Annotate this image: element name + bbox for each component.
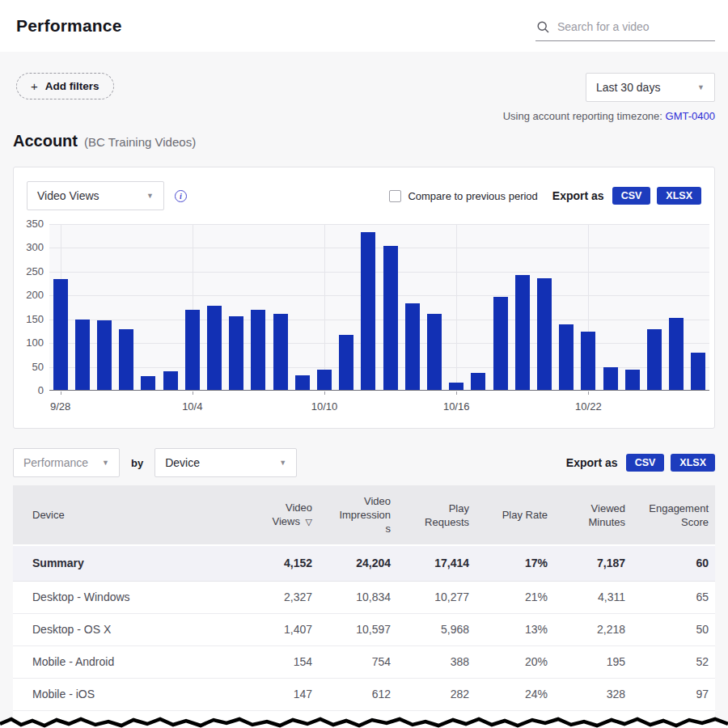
- app-header: Performance: [0, 0, 728, 52]
- gridline: [49, 295, 709, 296]
- chart-bar[interactable]: [229, 316, 243, 390]
- metric-cell: 2,218: [548, 613, 625, 645]
- chart-bar[interactable]: [559, 324, 574, 390]
- chart-bar[interactable]: [625, 370, 640, 390]
- export-as-label: Export as: [566, 456, 618, 469]
- chart-bar[interactable]: [537, 278, 552, 390]
- chart-bar[interactable]: [273, 314, 288, 390]
- search-input[interactable]: [557, 20, 713, 33]
- metric-cell: 10,277: [391, 581, 469, 613]
- timezone-link[interactable]: GMT-0400: [666, 110, 715, 122]
- chart-bar[interactable]: [493, 297, 508, 390]
- chart-bar[interactable]: [669, 318, 684, 390]
- metric-cell: 10,834: [312, 581, 391, 613]
- table-row: Mobile - Android15475438820%19552: [13, 645, 715, 678]
- device-performance-table: Device Video Views ▽ Video Impressions P…: [13, 485, 715, 728]
- chart-bar[interactable]: [515, 275, 530, 390]
- report-type-value: Performance: [23, 456, 88, 469]
- chart-bar[interactable]: [471, 373, 485, 390]
- metric-cell: 754: [312, 645, 391, 678]
- chart-bar[interactable]: [581, 332, 595, 390]
- chart-bar[interactable]: [647, 329, 662, 390]
- by-label: by: [131, 457, 143, 469]
- col-header-engagement-score[interactable]: Engagement Score: [625, 485, 715, 545]
- table-row: Desktop - OS X1,40710,5975,96813%2,21850: [13, 613, 715, 645]
- info-icon[interactable]: i: [175, 190, 187, 202]
- chart-bar[interactable]: [427, 314, 442, 390]
- metric-cell: 1,407: [207, 613, 312, 645]
- col-header-video-views[interactable]: Video Views ▽: [207, 485, 312, 545]
- col-header-viewed-minutes[interactable]: Viewed Minutes: [548, 485, 625, 545]
- metric-cell: 612: [312, 678, 391, 710]
- dimension-select[interactable]: Device ▼: [154, 448, 297, 477]
- gridline: [456, 224, 457, 390]
- chart-bar[interactable]: [603, 367, 618, 390]
- date-range-select[interactable]: Last 30 days ▼: [586, 73, 715, 102]
- metric-cell: 4,152: [207, 545, 312, 581]
- add-filters-button[interactable]: + Add filters: [16, 73, 114, 99]
- gridline: [49, 343, 709, 344]
- export-as-label: Export as: [552, 189, 604, 202]
- chart-bar[interactable]: [163, 371, 178, 390]
- chart-bar[interactable]: [75, 320, 90, 390]
- chart-bar[interactable]: [119, 329, 133, 390]
- gridline: [49, 248, 709, 248]
- compare-checkbox[interactable]: [389, 190, 401, 202]
- x-axis-tick-label: 9/28: [50, 400, 70, 413]
- x-axis-tick-mark: [324, 392, 325, 395]
- metric-cell: 282: [391, 678, 469, 710]
- metric-cell: 13%: [469, 613, 548, 645]
- chart-bar[interactable]: [691, 353, 705, 390]
- report-type-select[interactable]: Performance ▼: [13, 448, 120, 477]
- chart-bar[interactable]: [185, 310, 200, 390]
- search-icon: [537, 21, 549, 33]
- chart-bar[interactable]: [251, 310, 265, 390]
- table-header-row: Device Video Views ▽ Video Impressions P…: [13, 485, 715, 545]
- y-axis-tick-label: 50: [14, 361, 44, 374]
- chart-bar[interactable]: [295, 375, 310, 390]
- x-axis-tick-mark: [61, 392, 61, 395]
- video-search[interactable]: [535, 15, 715, 41]
- chart-bar[interactable]: [53, 279, 68, 390]
- chart-bar[interactable]: [97, 320, 112, 390]
- col-header-video-impressions[interactable]: Video Impressions: [312, 485, 391, 545]
- breakdown-controls: Performance ▼ by Device ▼ Export as CSV …: [13, 448, 715, 477]
- chart-bar[interactable]: [207, 306, 222, 390]
- export-csv-button[interactable]: CSV: [612, 187, 651, 205]
- bar-chart-plot-area[interactable]: [49, 224, 709, 391]
- metric-cell: 97: [625, 678, 715, 710]
- torn-edge: [0, 717, 728, 728]
- metric-cell: 20%: [469, 645, 548, 678]
- chart-bar[interactable]: [141, 376, 155, 390]
- metric-cell: 52: [625, 645, 715, 678]
- col-header-play-requests[interactable]: Play Requests: [391, 485, 469, 545]
- device-cell: Desktop - OS X: [13, 613, 207, 645]
- chart-bar[interactable]: [317, 370, 332, 390]
- metric-cell: 50: [625, 613, 715, 645]
- chart-card: Video Views ▼ i Compare to previous peri…: [13, 167, 715, 429]
- chart-bar[interactable]: [361, 232, 375, 390]
- col-header-play-rate[interactable]: Play Rate: [469, 485, 548, 545]
- gridline: [49, 224, 709, 225]
- chart-bar[interactable]: [449, 383, 463, 390]
- metric-cell: 17,414: [391, 545, 469, 581]
- export-xlsx-button[interactable]: XLSX: [671, 454, 715, 472]
- compare-toggle[interactable]: Compare to previous period: [389, 190, 537, 202]
- table-row: Desktop - Windows2,32710,83410,27721%4,3…: [13, 581, 715, 613]
- x-axis-tick-label: 10/22: [575, 400, 602, 413]
- sort-descending-icon: ▽: [306, 517, 312, 527]
- chevron-down-icon: ▼: [279, 459, 286, 467]
- chart-bar[interactable]: [383, 246, 398, 390]
- chart-bar[interactable]: [339, 335, 353, 390]
- metric-select[interactable]: Video Views ▼: [27, 181, 164, 210]
- col-header-device[interactable]: Device: [13, 485, 207, 545]
- chart-bar[interactable]: [405, 303, 420, 390]
- export-xlsx-button[interactable]: XLSX: [657, 187, 701, 205]
- export-csv-button[interactable]: CSV: [626, 454, 665, 472]
- metric-cell: 21%: [469, 581, 548, 613]
- device-cell: Mobile - Android: [13, 645, 207, 678]
- metric-cell: 10,597: [312, 613, 391, 645]
- section-title: Account: [13, 132, 78, 150]
- add-filters-label: Add filters: [45, 80, 99, 92]
- metric-cell: 7,187: [548, 545, 625, 581]
